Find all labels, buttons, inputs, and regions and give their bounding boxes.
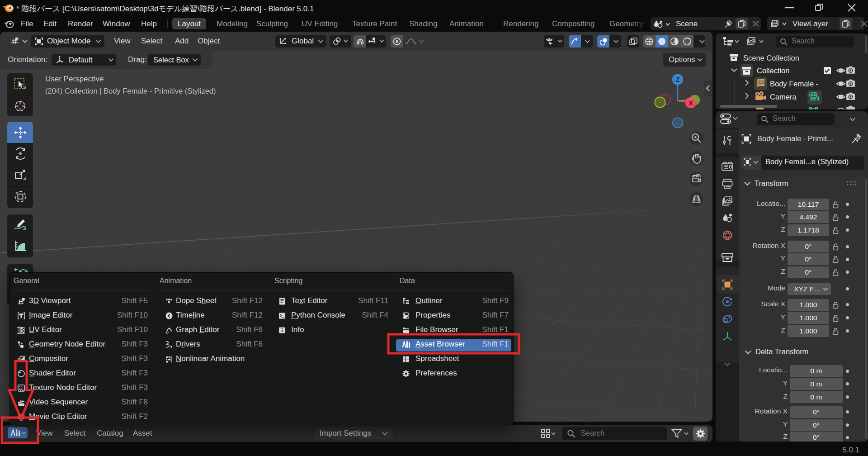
- svg-text:Scene Collection: Scene Collection: [743, 54, 799, 62]
- svg-text:X: X: [689, 99, 693, 107]
- svg-text:Camera: Camera: [770, 93, 797, 101]
- svg-text:Body Female -: Body Female -: [770, 80, 818, 88]
- svg-text:Z: Z: [675, 76, 679, 83]
- svg-text:Collection: Collection: [757, 66, 789, 75]
